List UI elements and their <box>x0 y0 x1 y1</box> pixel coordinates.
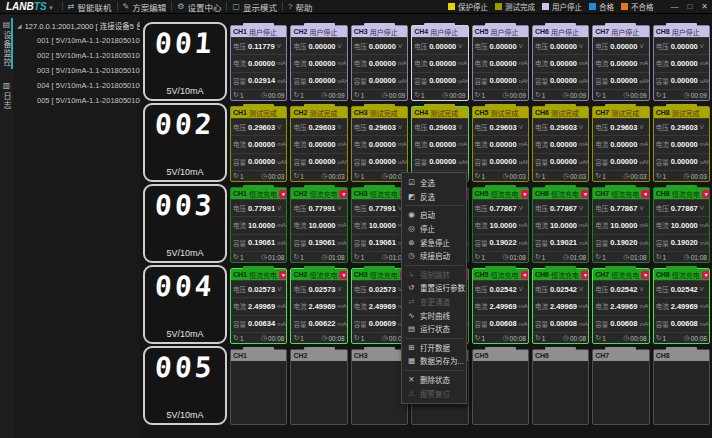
menu-item-display-mode[interactable]: ▢显示模式 <box>232 1 277 13</box>
context-menu-item-select-all[interactable]: ☑全选 <box>402 176 466 190</box>
channel-card-header: CH5恒流充电▼ <box>473 188 528 199</box>
channel-card[interactable]: CH2 <box>290 349 347 425</box>
capacity-value: 0.00000 <box>429 157 456 166</box>
context-menu-item-open-data[interactable]: ⊞打开数据 <box>402 341 466 355</box>
channel-card[interactable]: CH3恒流充电▼电压0.77991V电流10.0000mA容量0.19061mA… <box>351 187 408 263</box>
channel-card[interactable]: CH3 <box>351 349 408 425</box>
tree-item-device[interactable]: 001 [ 5V/10mA-1.1-20180501001 ] <box>17 33 140 48</box>
capacity-unit: mAh <box>277 240 286 246</box>
menu-item-plan-edit[interactable]: ✎方案编辑 <box>123 1 167 13</box>
context-menu-item-invert-selection[interactable]: ◩反选 <box>402 190 466 204</box>
channel-card[interactable]: CH2恒流充电▼电压0.02573V电流2.49969mA容量0.00622mA… <box>290 268 347 344</box>
channel-card[interactable]: CH7 <box>592 349 649 425</box>
side-tab-device-monitor[interactable]: ▤设备监控 <box>0 18 13 69</box>
toolbar-divider <box>62 2 63 11</box>
channel-card[interactable]: CH8测试完成电压0.29603V电流0.00000mA容量0.00000uAh… <box>653 106 710 182</box>
minimize-button[interactable]: — <box>670 2 678 11</box>
channel-card[interactable]: CH7恒流充电▼电压0.77867V电流10.0000mA容量0.19020mA… <box>592 187 649 263</box>
channel-card[interactable]: CH3恒流充电▼电压0.02573V电流2.49969mA容量0.00609mA… <box>351 268 408 344</box>
cycle-value: 1 <box>421 92 425 99</box>
channel-card[interactable]: CH1恒流充电▼电压0.77991V电流10.0000mA容量0.19061mA… <box>230 187 287 263</box>
channel-card[interactable]: CH2用户停止电压0.00000V电流0.00000mA容量0.00000uAh… <box>290 25 347 101</box>
cycle-value: 1 <box>481 173 485 180</box>
context-menu-item-realtime-curve[interactable]: ∿实时曲线 <box>402 308 466 322</box>
current-value: 10.0000 <box>490 221 517 230</box>
channel-card[interactable]: CH7测试完成电压0.29603V电流0.00000mA容量0.00000uAh… <box>592 106 649 182</box>
channel-fields: 电压0.02542V电流2.49969mA容量0.00608mAh <box>533 280 588 332</box>
cycle-count: ↻1 <box>535 172 546 180</box>
tree-item-device[interactable]: 003 [ 5V/10mA-1.1-20180501003 ] <box>17 63 140 78</box>
context-menu-item-start[interactable]: ◉启动 <box>402 208 466 222</box>
elapsed-time: ◷01:08 <box>261 253 284 261</box>
menu-item-smart-connect[interactable]: ⇄智能联机 <box>68 1 112 13</box>
channel-card-header: CH6用户停止 <box>533 26 588 37</box>
channel-card[interactable]: CH3测试完成电压0.29603V电流0.00000mA容量0.00000uAh… <box>351 106 408 182</box>
voltage-value: 0.00000 <box>369 42 396 51</box>
tree-expand-icon[interactable]: ◢ <box>17 22 22 29</box>
current-value: 0.00000 <box>369 59 396 68</box>
channel-card[interactable]: CH6测试完成电压0.29603V电流0.00000mA容量0.00000uAh… <box>532 106 589 182</box>
channel-card[interactable]: CH1 <box>230 349 287 425</box>
voltage-value: 0.29603 <box>429 123 456 132</box>
toolbar-divider <box>226 2 227 11</box>
context-menu-item-save-data-as[interactable]: ▦数据另存为... <box>402 354 466 368</box>
context-menu-label: 运行状态 <box>420 323 450 334</box>
channel-card[interactable]: CH7用户停止电压0.00000V电流0.00000mA容量0.00000uAh… <box>592 25 649 101</box>
voltage-value: 0.29603 <box>550 123 577 132</box>
app-logo[interactable]: LANBTS ▾ <box>6 1 53 12</box>
legend-item: 不合格 <box>621 1 654 12</box>
channel-card[interactable]: CH8用户停止电压0.00000V电流0.00000mA容量0.00000uAh… <box>653 25 710 101</box>
channel-card[interactable]: CH2测试完成电压0.29603V电流0.00000mA容量0.00000uAh… <box>290 106 347 182</box>
close-button[interactable]: ✕ <box>701 2 708 11</box>
channel-card[interactable]: CH5恒流充电▼电压0.02542V电流2.49969mA容量0.00608mA… <box>472 268 529 344</box>
battery-nub <box>364 185 395 188</box>
channel-card[interactable]: CH8恒流充电▼电压0.02542V电流2.49969mA容量0.00608mA… <box>653 268 710 344</box>
channel-card[interactable]: CH5用户停止电压0.00000V电流0.00000mA容量0.00000uAh… <box>472 25 529 101</box>
current-unit: mA <box>277 222 286 228</box>
maximize-button[interactable]: □ <box>687 2 692 11</box>
tree-root-node[interactable]: ◢ 127.0.0.1:2001,2000 [ 连接设备5 台 ] <box>17 18 140 33</box>
channel-card[interactable]: CH5 <box>472 349 529 425</box>
context-menu-item-resume-start[interactable]: ◷续接启动 <box>402 249 466 263</box>
tree-item-device[interactable]: 004 [ 5V/10mA-1.1-20180501004 ] <box>17 78 140 93</box>
channel-card-footer: ↻1◷00:03 <box>291 170 346 181</box>
current-unit: mA <box>277 141 286 147</box>
channel-card[interactable]: CH6恒流充电▼电压0.02542V电流2.49969mA容量0.00608mA… <box>532 268 589 344</box>
context-menu-item-emergency-stop[interactable]: ⊗紧急停止 <box>402 235 466 249</box>
side-tab-log[interactable]: ▥日志 <box>0 79 13 112</box>
channel-card[interactable]: CH1恒流充电▼电压0.02573V电流2.49969mA容量0.00634mA… <box>230 268 287 344</box>
context-menu-item-reset-params[interactable]: ↺重置运行参数 <box>402 281 466 295</box>
channel-card[interactable]: CH1测试完成电压0.29603V电流0.00000mA容量0.00000uAh… <box>230 106 287 182</box>
channel-card[interactable]: CH5测试完成电压0.29603V电流0.00000mA容量0.00000uAh… <box>472 106 529 182</box>
capacity-value: 0.00000 <box>490 157 517 166</box>
channel-card[interactable]: CH8恒流充电▼电压0.77867V电流10.0000mA容量0.19020mA… <box>653 187 710 263</box>
tree-item-device[interactable]: 002 [ 5V/10mA-1.1-20180501002 ] <box>17 48 140 63</box>
menu-item-help[interactable]: ?帮助 <box>288 1 312 13</box>
channel-card[interactable]: CH4用户停止电压0.00000V电流0.00000mA容量0.00000uAh… <box>411 25 468 101</box>
channel-card[interactable]: CH7恒流充电▼电压0.02542V电流2.49969mA容量0.00608mA… <box>592 268 649 344</box>
channel-card[interactable]: CH8 <box>653 349 710 425</box>
channel-card[interactable]: CH6用户停止电压0.00000V电流0.00000mA容量0.00000uAh… <box>532 25 589 101</box>
cycle-icon: ↻ <box>354 334 360 342</box>
context-menu-item-delete-status[interactable]: ✕删除状态 <box>402 373 466 387</box>
tree-item-device[interactable]: 005 [ 5V/10mA-1.1-20180501005 ] <box>17 93 140 108</box>
channel-card[interactable]: CH1用户停止电压0.11779V电流0.00000mA容量0.02914mAh… <box>230 25 287 101</box>
menu-item-settings-center[interactable]: ⚙设置中心 <box>177 1 221 13</box>
channel-card-header: CH5 <box>473 350 528 361</box>
context-menu-item-run-status[interactable]: ▤运行状态 <box>402 322 466 336</box>
channel-card[interactable]: CH2恒流充电▼电压0.77991V电流10.0000mA容量0.19061mA… <box>290 187 347 263</box>
voltage-value: 0.77867 <box>671 204 698 213</box>
channel-fields: 电压0.00000V电流0.00000mA容量0.00000uAh <box>593 37 648 89</box>
channel-card-footer: ↻1◷00:03 <box>654 170 709 181</box>
voltage-value: 0.77991 <box>308 204 335 213</box>
field-row-voltage: 电压0.77991V <box>231 199 286 216</box>
channel-card[interactable]: CH3用户停止电压0.00000V电流0.00000mA容量0.00000uAh… <box>351 25 408 101</box>
channel-card[interactable]: CH5恒流充电▼电压0.77867V电流10.0000mA容量0.19022mA… <box>472 187 529 263</box>
cycle-value: 1 <box>361 173 365 180</box>
channel-card[interactable]: CH4测试完成电压0.29603V电流0.00000mA容量0.00000uAh… <box>411 106 468 182</box>
channel-status: 恒流充电 <box>551 189 579 199</box>
device-number: 004 <box>154 273 216 301</box>
context-menu-item-stop[interactable]: ◎停止 <box>402 222 466 236</box>
channel-card[interactable]: CH6 <box>532 349 589 425</box>
channel-card[interactable]: CH6恒流充电▼电压0.77867V电流10.0000mA容量0.19021mA… <box>532 187 589 263</box>
